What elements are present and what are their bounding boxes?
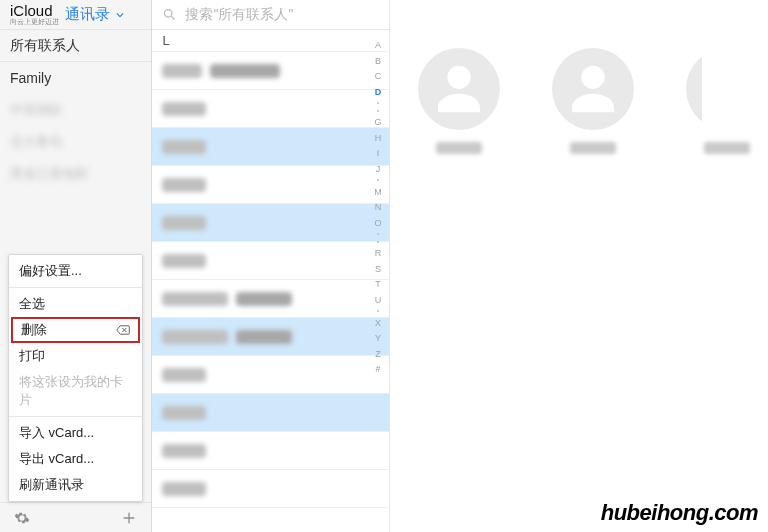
index-letter[interactable]: D <box>375 87 382 97</box>
search-bar[interactable]: 搜索"所有联系人" <box>152 0 389 30</box>
separator <box>9 287 142 288</box>
sidebar-group-item[interactable]: 北大青鸟 <box>0 126 151 158</box>
contact-row[interactable] <box>152 128 389 166</box>
index-letter[interactable]: R <box>375 248 382 258</box>
contact-row[interactable] <box>152 394 389 432</box>
contact-row[interactable] <box>152 318 389 356</box>
backspace-icon <box>116 325 130 335</box>
sidebar-group-item[interactable]: 黑龙江基地部 <box>0 158 151 190</box>
contact-row[interactable] <box>152 432 389 470</box>
brand-subtitle: 向云上更好迈进 <box>10 17 59 27</box>
index-letter[interactable]: A <box>375 40 381 50</box>
avatar <box>418 48 500 130</box>
contact-name-label <box>704 142 750 154</box>
selected-contact-card[interactable] <box>418 48 500 154</box>
app-title[interactable]: 通讯录 <box>65 5 110 24</box>
contact-row[interactable] <box>152 242 389 280</box>
search-placeholder: 搜索"所有联系人" <box>185 6 293 24</box>
menu-refresh-contacts[interactable]: 刷新通讯录 <box>9 472 142 498</box>
index-dot <box>377 102 379 104</box>
index-letter[interactable]: C <box>375 71 382 81</box>
contact-detail-pane: hubeihong.com <box>390 0 768 532</box>
index-letter[interactable]: S <box>375 264 381 274</box>
menu-preferences[interactable]: 偏好设置... <box>9 258 142 284</box>
index-letter[interactable]: T <box>375 279 381 289</box>
contact-row[interactable] <box>152 52 389 90</box>
index-letter[interactable]: O <box>374 218 381 228</box>
index-dot <box>377 241 379 243</box>
index-dot <box>377 179 379 181</box>
selected-contact-card[interactable] <box>552 48 634 154</box>
contact-row[interactable] <box>152 166 389 204</box>
contacts-list[interactable] <box>152 52 389 532</box>
sidebar-item-all-contacts[interactable]: 所有联系人 <box>0 30 151 62</box>
index-letter[interactable]: G <box>374 117 381 127</box>
avatar <box>686 48 768 130</box>
contact-row[interactable] <box>152 90 389 128</box>
search-icon <box>162 7 177 22</box>
gear-icon[interactable] <box>14 510 30 526</box>
sidebar-group-item[interactable]: 中营国际 <box>0 94 151 126</box>
sidebar-item-family[interactable]: Family <box>0 62 151 94</box>
menu-delete[interactable]: 删除 <box>11 317 140 343</box>
sidebar: iCloud 向云上更好迈进 通讯录 所有联系人 Family 中营国际 北大青… <box>0 0 152 532</box>
contacts-list-pane: 搜索"所有联系人" L ABCDGHIJMNORSTUXYZ# <box>152 0 390 532</box>
index-letter[interactable]: Z <box>375 349 381 359</box>
sidebar-bottom-bar <box>0 502 151 532</box>
chevron-down-icon <box>116 11 124 19</box>
index-letter[interactable]: I <box>377 148 380 158</box>
index-letter[interactable]: Y <box>375 333 381 343</box>
index-letter[interactable]: N <box>375 202 382 212</box>
contact-row[interactable] <box>152 470 389 508</box>
contact-row[interactable] <box>152 280 389 318</box>
menu-delete-label: 删除 <box>21 321 47 339</box>
separator <box>9 416 142 417</box>
avatar <box>552 48 634 130</box>
svg-point-0 <box>165 10 173 18</box>
index-dot <box>377 233 379 235</box>
contact-name-label <box>436 142 482 154</box>
menu-export-vcard[interactable]: 导出 vCard... <box>9 446 142 472</box>
watermark: hubeihong.com <box>601 500 758 526</box>
alphabet-index[interactable]: ABCDGHIJMNORSTUXYZ# <box>369 36 387 528</box>
index-dot <box>377 110 379 112</box>
index-letter[interactable]: X <box>375 318 381 328</box>
index-letter[interactable]: M <box>374 187 382 197</box>
app-header[interactable]: iCloud 向云上更好迈进 通讯录 <box>0 0 151 30</box>
contact-name-label <box>570 142 616 154</box>
menu-select-all[interactable]: 全选 <box>9 291 142 317</box>
contact-row[interactable] <box>152 356 389 394</box>
index-dot <box>377 310 379 312</box>
menu-import-vcard[interactable]: 导入 vCard... <box>9 420 142 446</box>
menu-print[interactable]: 打印 <box>9 343 142 369</box>
index-letter[interactable]: B <box>375 56 381 66</box>
plus-icon[interactable] <box>121 510 137 526</box>
contact-row[interactable] <box>152 204 389 242</box>
selected-contact-card[interactable] <box>686 48 768 154</box>
index-letter[interactable]: J <box>376 164 381 174</box>
section-header: L <box>152 30 389 52</box>
index-letter[interactable]: H <box>375 133 382 143</box>
index-letter[interactable]: # <box>375 364 380 374</box>
settings-context-menu: 偏好设置... 全选 删除 打印 将这张设为我的卡片 导入 vCard... 导… <box>8 254 143 502</box>
menu-set-my-card: 将这张设为我的卡片 <box>9 369 142 413</box>
index-letter[interactable]: U <box>375 295 382 305</box>
